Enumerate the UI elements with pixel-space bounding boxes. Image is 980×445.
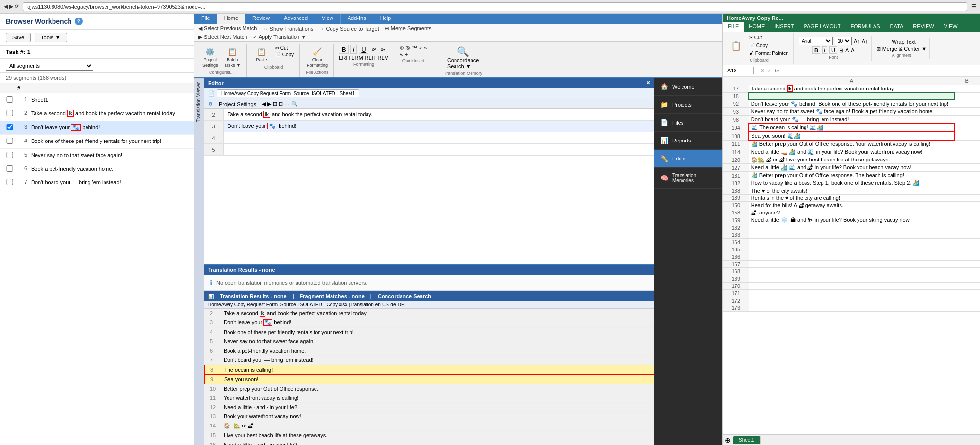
- excel-underline-button[interactable]: U: [829, 46, 837, 54]
- cell-reference-input[interactable]: [725, 67, 754, 74]
- seg-checkbox-6[interactable]: [6, 165, 14, 172]
- tab-home[interactable]: Home: [217, 14, 245, 24]
- seg-checkbox-3[interactable]: [6, 124, 14, 130]
- cell-a93[interactable]: Never say no to that sweet 🐾 face again!…: [749, 108, 954, 116]
- cell-a132[interactable]: How to vacay like a boss: Step 1, book o…: [749, 179, 954, 187]
- cell-a92[interactable]: Don't leave your 🐾 behind! Book one of t…: [749, 100, 954, 108]
- tab-help[interactable]: Help: [373, 14, 399, 24]
- tab-addins[interactable]: Add-Ins: [341, 14, 373, 24]
- tab-file[interactable]: File: [194, 14, 217, 24]
- tab-advanced[interactable]: Advanced: [277, 14, 315, 24]
- cell-a150[interactable]: Head for the hills! A 🏕 getaway awaits.: [749, 202, 954, 209]
- cell-b138[interactable]: [954, 187, 980, 195]
- excel-tab-insert[interactable]: INSERT: [770, 22, 799, 32]
- excel-paste-button[interactable]: 📋: [728, 39, 744, 52]
- font-shrink-icon[interactable]: A↓: [862, 38, 868, 44]
- col-header-b[interactable]: B: [954, 77, 980, 85]
- sidebar-item-files[interactable]: 📄 Files: [654, 114, 722, 132]
- excel-copy-button[interactable]: 📄 Copy: [746, 42, 790, 49]
- cell-a17[interactable]: Take a second lk and book the perfect va…: [749, 85, 954, 93]
- list-item[interactable]: 7 Don't board your — bring 'em instead!: [0, 176, 194, 190]
- list-item[interactable]: 12 Need a little · and · in your life?: [204, 403, 654, 412]
- sidebar-item-projects[interactable]: 📁 Projects: [654, 96, 722, 114]
- filter-select[interactable]: All segments: [6, 61, 93, 71]
- url-bar[interactable]: qjws1130:8080/ws-legacy/browser_workbenc…: [23, 2, 967, 11]
- cell-a131[interactable]: 🏄 Better prep your Out of Office respons…: [749, 172, 954, 179]
- seg-checkbox-7[interactable]: [6, 179, 14, 185]
- project-settings-button[interactable]: ⚙️ ProjectSettings: [200, 45, 220, 69]
- cell-b104[interactable]: [954, 124, 980, 132]
- copy-source-btn[interactable]: → Copy Source to Target: [319, 26, 379, 32]
- list-item[interactable]: 2 Take a second lk and book the perfect …: [0, 107, 194, 121]
- italic-button[interactable]: I: [350, 45, 357, 54]
- cell-a114[interactable]: Need a little 🚤 🏄 and 🌊 in your life? Bo…: [749, 148, 954, 156]
- cell-a138[interactable]: The ♥ of the city awaits!: [749, 187, 954, 195]
- help-icon[interactable]: ?: [75, 18, 83, 25]
- batch-tasks-button[interactable]: 📋 BatchTasks ▼: [222, 45, 243, 69]
- seg-checkbox-4[interactable]: [6, 138, 14, 144]
- font-color-button[interactable]: A: [851, 47, 854, 53]
- list-item[interactable]: 5 Never say no to that sweet face again!: [0, 149, 194, 162]
- cell-b18[interactable]: [954, 92, 980, 100]
- excel-tab-formulas[interactable]: FORMULAS: [845, 22, 885, 32]
- segment-filter[interactable]: All segments: [0, 59, 194, 73]
- list-item[interactable]: 11 Your waterfront vacay is calling!: [204, 393, 654, 403]
- wrap-text-button[interactable]: ≡ Wrap Text: [887, 39, 916, 45]
- formula-cancel-icon[interactable]: ✕: [760, 68, 765, 74]
- merge-center-button[interactable]: ⊠ Merge & Center ▼: [876, 46, 927, 52]
- excel-tab-view[interactable]: VIEW: [939, 22, 962, 32]
- excel-tab-data[interactable]: DATA: [885, 22, 909, 32]
- show-translations-btn[interactable]: ↔ Show Translations: [263, 26, 314, 32]
- cell-b111[interactable]: [954, 140, 980, 148]
- seg-checkbox-1[interactable]: [6, 96, 14, 103]
- paste-button[interactable]: 📋 Paste: [252, 45, 271, 64]
- excel-tab-home[interactable]: HOME: [744, 22, 770, 32]
- list-item[interactable]: 10 Better prep your Out of Office respon…: [204, 384, 654, 393]
- excel-bold-button[interactable]: B: [812, 46, 820, 54]
- excel-tab-file[interactable]: FILE: [723, 22, 744, 32]
- cell-a98[interactable]: Don't board your 🐾 — bring 'em instead!: [749, 116, 954, 124]
- list-item[interactable]: 15 Live your best beach life at these ge…: [204, 431, 654, 440]
- v-tab-translation-viewer[interactable]: Translation Viewer: [194, 78, 204, 126]
- cell-b131[interactable]: [954, 172, 980, 179]
- col-header-a[interactable]: A: [749, 77, 954, 85]
- list-item[interactable]: 13 Book your waterfront vacay now!: [204, 412, 654, 421]
- excel-tab-pagelayout[interactable]: PAGE LAYOUT: [799, 22, 845, 32]
- underline-button[interactable]: U: [359, 45, 368, 54]
- excel-cut-button[interactable]: ✂ Cut: [746, 34, 790, 41]
- list-item[interactable]: 3 Don't leave your 🐾 behind!: [204, 318, 654, 328]
- copy-button[interactable]: 📄 Copy: [273, 52, 296, 58]
- seg-checkbox-5[interactable]: [6, 152, 14, 158]
- cell-a139[interactable]: Rentals in the ♥ of the city are calling…: [749, 195, 954, 202]
- cell-b114[interactable]: [954, 148, 980, 156]
- list-item[interactable]: 16 Need a little · and · in your life?: [204, 440, 654, 445]
- tools-button[interactable]: Tools ▼: [35, 33, 67, 42]
- sidebar-item-reports[interactable]: 📊 Reports: [654, 132, 722, 150]
- select-prev-match-btn[interactable]: ◀ Select Previous Match: [198, 25, 257, 32]
- list-item[interactable]: 5 Never say no to that sweet face again!: [204, 337, 654, 346]
- list-item[interactable]: 2 Take a second lk and book the perfect …: [204, 309, 654, 318]
- bold-button[interactable]: B: [339, 45, 348, 54]
- merge-segments-btn[interactable]: ⊕ Merge Segments: [385, 25, 432, 32]
- seg-checkbox-2[interactable]: [6, 110, 14, 116]
- cell-a159[interactable]: Need a little ❄️, 🏔 and ⛷ in your life? …: [749, 216, 954, 224]
- list-item[interactable]: 4 Book one of these pet-friendly rentals…: [204, 328, 654, 337]
- tm-expand-icon[interactable]: 📊: [208, 294, 214, 299]
- list-item[interactable]: 6 Book a pet-friendly vacation home.: [204, 346, 654, 356]
- cell-b132[interactable]: [954, 179, 980, 187]
- cell-b108[interactable]: [954, 132, 980, 140]
- sidebar-item-translation-memories[interactable]: 🧠 TranslationMemories: [654, 168, 722, 189]
- font-size-select[interactable]: 10: [835, 37, 852, 45]
- cell-a158[interactable]: 🏕, anyone?: [749, 209, 954, 216]
- excel-format-painter-button[interactable]: 🖌 Format Painter: [746, 50, 790, 57]
- cell-b120[interactable]: [954, 156, 980, 164]
- cell-a18[interactable]: [749, 92, 954, 100]
- list-item[interactable]: 8 The ocean is calling!: [204, 365, 654, 374]
- cell-b158[interactable]: [954, 209, 980, 216]
- cell-a108[interactable]: Sea you soon! 🌊🏄: [749, 132, 954, 140]
- tab-review[interactable]: Review: [245, 14, 277, 24]
- apply-translation-btn[interactable]: ✓ Apply Translation ▼: [253, 34, 306, 40]
- cell-b98[interactable]: [954, 116, 980, 124]
- cell-a104[interactable]: 🌊 The ocean is calling! 🌊🏄: [749, 124, 954, 132]
- sidebar-item-welcome[interactable]: 🏠 Welcome: [654, 78, 722, 96]
